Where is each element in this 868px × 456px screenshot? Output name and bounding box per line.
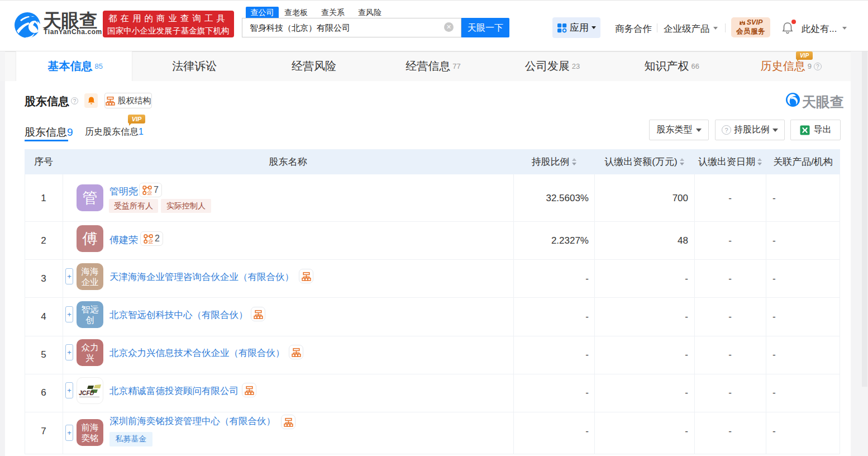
svg-text:企: 企 [147, 189, 152, 195]
svg-text:企: 企 [148, 238, 153, 244]
svg-text:JCFD: JCFD [79, 390, 94, 396]
